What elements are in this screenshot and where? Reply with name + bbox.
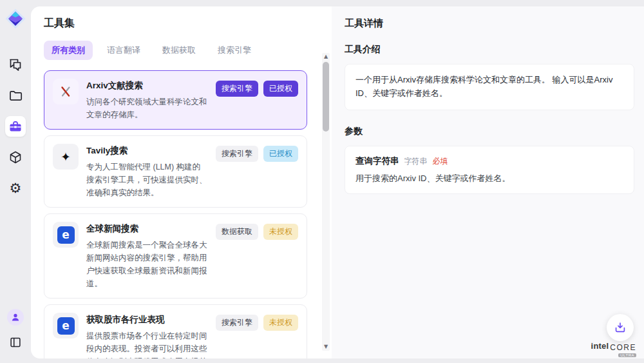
tool-list-pane: 工具集 所有类别语言翻译数据获取搜索引擎 Arxiv文献搜索 访问各个研究领域大…	[31, 6, 332, 358]
page-title: 工具集	[44, 17, 307, 30]
sidebar-item-files[interactable]	[5, 85, 26, 106]
status-badge: 未授权	[263, 224, 298, 240]
category-badge: 搜索引擎	[216, 315, 258, 331]
arxiv-icon	[53, 79, 79, 104]
tool-card[interactable]: Arxiv文献搜索 访问各个研究领域大量科学论文和文章的存储库。 搜索引擎 已授…	[44, 70, 307, 130]
param-type: 字符串	[404, 156, 428, 167]
status-badge: 未授权	[263, 315, 298, 331]
param-required-flag: 必填	[433, 156, 448, 167]
param-name: 查询字符串	[355, 155, 399, 167]
panel-toggle-icon[interactable]	[5, 332, 26, 353]
tool-title: Arxiv文献搜索	[86, 80, 208, 92]
detail-title: 工具详情	[345, 17, 634, 30]
sidebar-item-settings[interactable]: ⚙	[5, 178, 26, 199]
sidebar-item-tools[interactable]	[5, 116, 26, 137]
category-badge: 搜索引擎	[216, 81, 258, 97]
cube-icon	[8, 150, 23, 165]
tool-card-list: Arxiv文献搜索 访问各个研究领域大量科学论文和文章的存储库。 搜索引擎 已授…	[44, 70, 307, 358]
category-tab-3[interactable]: 搜索引擎	[210, 41, 259, 60]
toolbox-icon	[8, 119, 23, 134]
sidebar-item-plugins[interactable]	[5, 147, 26, 168]
intel-core-logo: intel CORE ultra	[591, 341, 636, 357]
sidebar-bottom	[0, 309, 31, 353]
param-item: 查询字符串 字符串 必填 用于搜索的Arxiv ID、关键字或作者姓名。	[355, 155, 623, 184]
sidebar-nav: ⚙	[5, 54, 26, 199]
params-heading: 参数	[345, 126, 634, 137]
category-tab-0[interactable]: 所有类别	[44, 41, 93, 60]
tool-card[interactable]: e 获取股市各行业表现 提供股票市场各个行业在特定时间段内的表现。投资者可以利用…	[44, 304, 307, 358]
list-scrollbar[interactable]: ▲ ▼	[322, 53, 330, 351]
tool-description: 提供股票市场各个行业在特定时间段内的表现。投资者可以利用这些信息来识别表现优于或…	[86, 329, 208, 358]
tool-description: 全球新闻搜索是一个聚合全球各大新闻网站内容的搜索引擎，帮助用户快速获取全球最新资…	[86, 239, 208, 290]
download-icon	[613, 320, 627, 335]
chat-icon	[8, 57, 23, 72]
intro-heading: 工具介绍	[345, 44, 634, 55]
category-tab-2[interactable]: 数据获取	[155, 41, 204, 60]
user-avatar[interactable]	[7, 309, 24, 326]
params-box: 查询字符串 字符串 必填 用于搜索的Arxiv ID、关键字或作者姓名。	[345, 146, 634, 194]
status-badge: 已授权	[263, 146, 298, 162]
scrollbar-thumb[interactable]	[323, 62, 329, 132]
brand-ultra-badge: ultra	[618, 353, 636, 357]
sparkle-icon: ✦	[53, 144, 79, 170]
sidebar-item-chat[interactable]	[5, 54, 26, 75]
category-tabs: 所有类别语言翻译数据获取搜索引擎	[44, 41, 307, 60]
tool-card[interactable]: ✦ Tavily搜索 专为人工智能代理 (LLM) 构建的搜索引擎工具，可快速提…	[44, 135, 307, 208]
main-container: 工具集 所有类别语言翻译数据获取搜索引擎 Arxiv文献搜索 访问各个研究领域大…	[31, 6, 644, 358]
status-badge: 已授权	[263, 81, 298, 97]
tool-title: 获取股市各行业表现	[86, 314, 208, 326]
brand-intel: intel	[591, 341, 609, 351]
scroll-down-arrow[interactable]: ▼	[322, 343, 330, 351]
intro-box: 一个用于从Arxiv存储库搜索科学论文和文章的工具。 输入可以是Arxiv ID…	[345, 64, 634, 110]
download-button[interactable]	[607, 314, 634, 341]
left-sidebar: ⚙	[0, 0, 31, 363]
tool-detail-pane: 工具详情 工具介绍 一个用于从Arxiv存储库搜索科学论文和文章的工具。 输入可…	[332, 6, 644, 358]
intro-text: 一个用于从Arxiv存储库搜索科学论文和文章的工具。 输入可以是Arxiv ID…	[355, 74, 623, 101]
brand-core: CORE	[610, 343, 636, 352]
category-badge: 搜索引擎	[216, 146, 258, 162]
category-tab-1[interactable]: 语言翻译	[99, 41, 148, 60]
blue-e-icon: e	[53, 222, 79, 248]
tool-description: 专为人工智能代理 (LLM) 构建的搜索引擎工具，可快速提供实时、准确和真实的结…	[86, 161, 208, 199]
tool-card[interactable]: e 全球新闻搜索 全球新闻搜索是一个聚合全球各大新闻网站内容的搜索引擎，帮助用户…	[44, 213, 307, 299]
app-logo	[5, 8, 26, 30]
tool-title: Tavily搜索	[86, 145, 208, 157]
tool-description: 访问各个研究领域大量科学论文和文章的存储库。	[86, 95, 208, 121]
scroll-up-arrow[interactable]: ▲	[322, 53, 330, 61]
category-badge: 数据获取	[216, 224, 258, 240]
tool-title: 全球新闻搜索	[86, 223, 208, 235]
folder-icon	[8, 88, 23, 103]
gear-icon: ⚙	[10, 182, 22, 195]
blue-e-icon: e	[53, 313, 79, 338]
param-description: 用于搜索的Arxiv ID、关键字或作者姓名。	[355, 173, 623, 184]
